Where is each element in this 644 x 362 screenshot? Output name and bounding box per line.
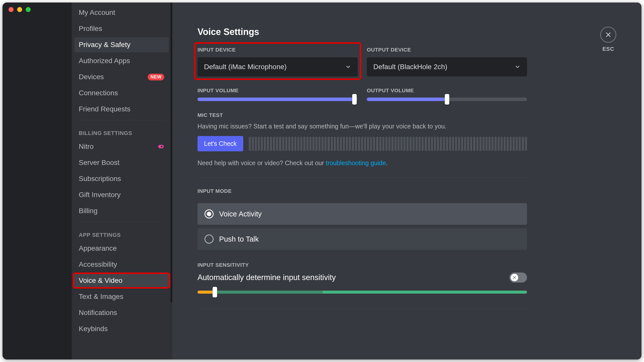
sidebar-item-label: Friend Requests <box>79 105 130 113</box>
app-window: My Account Profiles Privacy & Safety Aut… <box>3 3 641 359</box>
maximize-window-icon[interactable] <box>26 7 31 12</box>
slider-thumb[interactable] <box>352 94 357 105</box>
mic-level-meter <box>249 137 527 151</box>
sidebar-heading-billing: BILLING SETTINGS <box>74 124 169 138</box>
sidebar-item-notifications[interactable]: Notifications <box>74 305 169 320</box>
sensitivity-mid-segment <box>215 291 323 294</box>
sidebar-item-authorized-apps[interactable]: Authorized Apps <box>74 53 169 68</box>
main-panel: ESC Voice Settings INPUT DEVICE Default … <box>172 3 641 359</box>
mic-test-desc: Having mic issues? Start a test and say … <box>197 123 527 130</box>
sidebar-item-server-boost[interactable]: Server Boost <box>74 155 169 170</box>
sidebar-item-profiles[interactable]: Profiles <box>74 21 169 36</box>
sidebar-item-my-account[interactable]: My Account <box>74 5 169 20</box>
output-volume-slider[interactable] <box>367 98 527 101</box>
settings-sidebar: My Account Profiles Privacy & Safety Aut… <box>72 3 172 359</box>
sidebar-item-label: Subscriptions <box>79 175 121 183</box>
sidebar-item-label: Voice & Video <box>79 277 123 285</box>
radio-icon <box>205 209 214 218</box>
sidebar-item-label: Connections <box>79 89 118 97</box>
radio-icon <box>205 235 214 244</box>
input-volume-block: INPUT VOLUME <box>197 87 358 101</box>
new-badge: NEW <box>148 74 164 80</box>
sidebar-heading-app: APP SETTINGS <box>74 226 169 240</box>
lets-check-button[interactable]: Let's Check <box>197 136 243 151</box>
radio-push-to-talk[interactable]: Push to Talk <box>197 228 527 250</box>
divider <box>197 309 527 309</box>
sidebar-item-label: Profiles <box>79 25 102 33</box>
sidebar-item-label: Text & Images <box>79 293 123 301</box>
slider-fill <box>367 98 447 101</box>
sidebar-item-connections[interactable]: Connections <box>74 85 169 101</box>
input-device-block: INPUT DEVICE Default (iMac Microphone) <box>197 47 358 76</box>
page-title: Voice Settings <box>197 27 527 37</box>
output-volume-label: OUTPUT VOLUME <box>367 87 527 94</box>
help-prefix: Need help with voice or video? Check out… <box>197 159 326 166</box>
sensitivity-high-segment <box>323 291 527 294</box>
output-device-value: Default (BlackHole 2ch) <box>373 63 447 71</box>
close-window-icon[interactable] <box>9 7 14 12</box>
sidebar-item-keybinds[interactable]: Keybinds <box>74 321 169 336</box>
auto-sensitivity-label: Automatically determine input sensitivit… <box>197 273 336 282</box>
sidebar-item-label: Gift Inventory <box>79 191 121 199</box>
close-settings-button[interactable]: ESC <box>600 27 616 52</box>
slider-fill <box>197 98 354 101</box>
sidebar-item-label: Accessibility <box>79 260 117 268</box>
scrollbar[interactable] <box>171 3 172 302</box>
toggle-knob <box>511 274 518 281</box>
auto-sensitivity-row: Automatically determine input sensitivit… <box>197 273 527 283</box>
sidebar-item-devices[interactable]: Devices NEW <box>74 69 169 84</box>
sidebar-item-voice-video[interactable]: Voice & Video <box>74 273 169 288</box>
esc-label: ESC <box>602 46 614 52</box>
input-mode-label: INPUT MODE <box>197 188 527 194</box>
sidebar-item-nitro[interactable]: Nitro <box>74 139 169 154</box>
mic-test-row: Let's Check <box>197 136 527 151</box>
sidebar-item-label: Billing <box>79 207 98 215</box>
sidebar-item-label: Appearance <box>79 244 117 252</box>
input-device-value: Default (iMac Microphone) <box>204 63 287 71</box>
sidebar-item-label: Authorized Apps <box>79 57 130 65</box>
input-volume-label: INPUT VOLUME <box>197 87 358 94</box>
sidebar-item-text-images[interactable]: Text & Images <box>74 289 169 304</box>
sidebar-gutter <box>3 3 72 359</box>
auto-sensitivity-toggle[interactable] <box>509 273 527 283</box>
output-volume-block: OUTPUT VOLUME <box>367 87 527 101</box>
sidebar-item-friend-requests[interactable]: Friend Requests <box>74 102 169 117</box>
input-volume-slider[interactable] <box>197 98 358 101</box>
sidebar-item-billing[interactable]: Billing <box>74 203 169 218</box>
slider-thumb[interactable] <box>213 287 217 297</box>
input-sensitivity-label: INPUT SENSITIVITY <box>197 262 527 268</box>
sidebar-item-accessibility[interactable]: Accessibility <box>74 257 169 272</box>
close-icon <box>600 27 616 43</box>
sensitivity-low-segment <box>197 291 215 294</box>
sidebar-item-appearance[interactable]: Appearance <box>74 241 169 256</box>
output-device-select[interactable]: Default (BlackHole 2ch) <box>367 57 527 76</box>
help-suffix: . <box>386 159 388 166</box>
divider <box>197 177 527 177</box>
radio-label: Voice Activity <box>219 210 262 218</box>
window-controls <box>9 7 31 12</box>
radio-label: Push to Talk <box>219 235 259 243</box>
sidebar-item-label: Server Boost <box>79 159 119 167</box>
troubleshooting-link[interactable]: troubleshooting guide <box>326 159 386 166</box>
sidebar-item-label: Notifications <box>79 309 117 317</box>
minimize-window-icon[interactable] <box>17 7 22 12</box>
chevron-down-icon <box>345 64 351 70</box>
volume-row: INPUT VOLUME OUTPUT VOLUME <box>197 87 527 101</box>
radio-voice-activity[interactable]: Voice Activity <box>197 203 527 225</box>
sensitivity-slider[interactable] <box>197 291 527 294</box>
slider-thumb[interactable] <box>445 94 449 105</box>
sidebar-item-label: Devices <box>79 73 104 81</box>
input-device-select[interactable]: Default (iMac Microphone) <box>197 57 358 76</box>
mic-test-label: MIC TEST <box>197 112 527 118</box>
divider <box>79 120 164 120</box>
sidebar-item-label: My Account <box>79 9 115 17</box>
sidebar-item-label: Privacy & Safety <box>79 41 130 49</box>
device-row: INPUT DEVICE Default (iMac Microphone) O… <box>197 47 527 76</box>
nitro-icon <box>157 144 164 149</box>
output-device-label: OUTPUT DEVICE <box>367 47 527 53</box>
output-device-block: OUTPUT DEVICE Default (BlackHole 2ch) <box>367 47 527 76</box>
sidebar-item-gift-inventory[interactable]: Gift Inventory <box>74 187 169 202</box>
divider <box>79 222 164 222</box>
sidebar-item-subscriptions[interactable]: Subscriptions <box>74 171 169 186</box>
sidebar-item-privacy-safety[interactable]: Privacy & Safety <box>74 37 169 52</box>
